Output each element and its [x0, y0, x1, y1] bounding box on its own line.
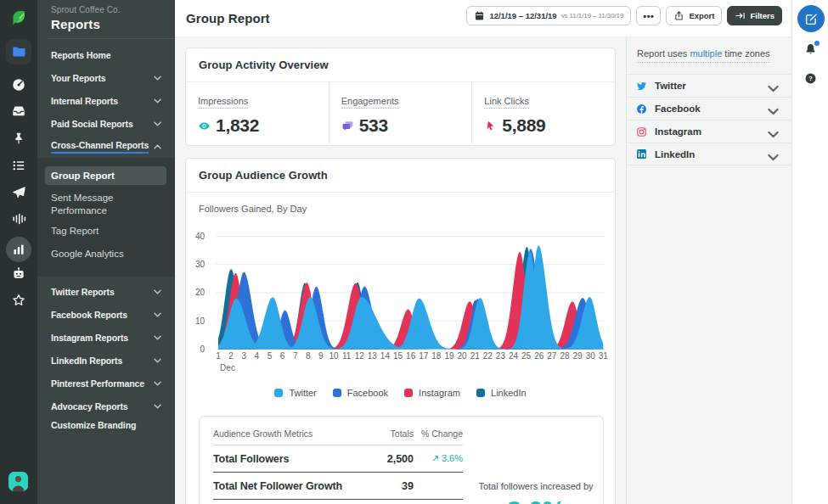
metric-label[interactable]: Engagements	[341, 96, 399, 109]
timezone-note: Report uses multiple time zones	[637, 48, 770, 63]
x-tick-label: 8	[306, 351, 311, 361]
sidebar-item-facebook-reports[interactable]: Facebook Reports	[37, 303, 175, 326]
compose-button[interactable]	[797, 5, 825, 32]
x-tick-label: 15	[393, 351, 403, 361]
utility-rail: ?	[791, 0, 828, 504]
inbox-icon[interactable]	[11, 104, 26, 119]
sidebar-item-internal-reports[interactable]: Internal Reports	[37, 89, 175, 112]
filters-icon	[735, 10, 750, 21]
chevron-down-icon	[154, 358, 161, 363]
sidebar-item-label: Your Reports	[51, 73, 106, 83]
sidebar-item-label: Facebook Reports	[51, 310, 127, 320]
followers-gained-chart: 0102030401234567891011121314151617181920…	[186, 190, 617, 381]
sidebar-subitem-tag-report[interactable]: Tag Report	[37, 220, 175, 243]
x-tick-label: 3	[241, 351, 246, 361]
sidebar-item-your-reports[interactable]: Your Reports	[37, 66, 175, 89]
row-metric: Total Followers	[213, 453, 375, 465]
chevron-down-icon	[768, 83, 779, 94]
sidebar-subitem-group-report[interactable]: Group Report	[45, 166, 166, 185]
equalizer-icon[interactable]	[11, 211, 26, 227]
sidebar-subitem-google-analytics[interactable]: Google Analytics	[37, 243, 175, 266]
x-tick-label: 27	[547, 351, 557, 361]
sidebar-title: Reports	[51, 17, 175, 31]
x-tick-label: 17	[419, 351, 429, 361]
export-icon	[673, 10, 689, 21]
legend-swatch	[404, 389, 413, 397]
date-range-button[interactable]: 12/1/19 – 12/31/19 vs 11/1/19 – 11/30/19	[466, 6, 631, 25]
network-row-instagram[interactable]: Instagram	[627, 120, 791, 143]
metric-label[interactable]: Impressions	[198, 96, 248, 109]
metric-value: 1,832	[216, 115, 259, 136]
x-tick-label: 18	[431, 351, 442, 361]
list-icon[interactable]	[11, 158, 26, 173]
help-button[interactable]: ?	[805, 72, 816, 83]
robot-icon[interactable]	[11, 266, 26, 281]
timezone-link[interactable]: multiple	[690, 48, 722, 59]
network-row-twitter[interactable]: Twitter	[627, 74, 791, 97]
chevron-down-icon	[768, 106, 779, 117]
icon-rail	[0, 0, 37, 504]
legend-item-twitter[interactable]: Twitter	[274, 388, 316, 398]
sidebar-item-pinterest-performance[interactable]: Pinterest Performance	[37, 372, 175, 395]
more-options-button[interactable]: •••	[636, 6, 661, 25]
metric-link-clicks: Link Clicks5,889	[471, 82, 615, 146]
star-icon[interactable]	[11, 293, 26, 308]
bar-chart-icon[interactable]	[11, 242, 26, 257]
sidebar-item-paid-social-reports[interactable]: Paid Social Reports	[37, 112, 175, 135]
x-tick-label: 6	[280, 351, 285, 361]
sidebar-subitem-sent-message-performance[interactable]: Sent MessagePerformance	[37, 188, 175, 220]
network-name: LinkedIn	[655, 149, 695, 160]
page-title: Group Report	[186, 11, 270, 25]
table-row-total-net-follower-growth: Total Net Follower Growth39	[213, 473, 463, 500]
y-tick-label: 10	[195, 316, 206, 326]
sidebar-item-instagram-reports[interactable]: Instagram Reports	[37, 326, 175, 349]
month-label: Dec	[220, 363, 235, 372]
network-name: Facebook	[655, 104, 701, 114]
chevron-down-icon	[154, 312, 161, 317]
sidebar-item-customize-branding[interactable]: Customize Branding	[37, 413, 175, 436]
chart-legend: TwitterFacebookInstagramLinkedIn	[186, 388, 615, 398]
y-tick-label: 40	[195, 232, 206, 241]
x-tick-label: 26	[534, 351, 544, 361]
filters-button[interactable]: Filters	[727, 6, 782, 25]
summary-change: Total followers increased by 3.6%	[464, 481, 608, 504]
x-tick-label: 2	[228, 351, 234, 361]
gauge-icon[interactable]	[11, 77, 26, 92]
sidebar-header: Sprout Coffee Co. Reports	[37, 0, 175, 31]
folder-icon[interactable]	[11, 44, 26, 59]
x-tick-label: 9	[318, 351, 324, 361]
sidebar-item-twitter-reports[interactable]: Twitter Reports	[37, 280, 175, 303]
sidebar-bottom-list: Twitter ReportsFacebook ReportsInstagram…	[37, 277, 175, 436]
legend-item-facebook[interactable]: Facebook	[333, 388, 388, 398]
report-settings-panel: Report uses multiple time zones TwitterF…	[626, 37, 791, 504]
overview-card-title: Group Activity Overview	[186, 48, 615, 82]
sidebar-item-cross-channel-reports[interactable]: Cross-Channel Reports	[37, 135, 175, 158]
sidebar-item-label: LinkedIn Reports	[51, 356, 122, 366]
export-button[interactable]: Export	[666, 6, 722, 25]
metric-label[interactable]: Link Clicks	[484, 96, 529, 109]
company-name: Sprout Coffee Co.	[51, 5, 175, 14]
chevron-down-icon	[154, 98, 161, 104]
send-icon[interactable]	[11, 185, 26, 200]
x-tick-label: 20	[458, 351, 468, 361]
sidebar-item-linkedin-reports[interactable]: LinkedIn Reports	[37, 349, 175, 372]
network-row-facebook[interactable]: Facebook	[627, 97, 791, 120]
pin-icon[interactable]	[11, 131, 26, 146]
metric-value: 533	[359, 115, 388, 136]
x-tick-label: 5	[268, 351, 273, 361]
legend-label: Twitter	[289, 388, 316, 398]
network-name: Instagram	[655, 126, 701, 137]
compare-range-label: vs 11/1/19 – 11/30/19	[561, 12, 624, 20]
eye-icon	[198, 120, 216, 132]
sidebar-item-reports-home[interactable]: Reports Home	[37, 43, 175, 66]
row-total: 39	[375, 480, 414, 492]
timezone-note-prefix: Report uses	[637, 48, 690, 59]
legend-item-instagram[interactable]: Instagram	[404, 388, 460, 398]
avatar[interactable]	[8, 472, 28, 491]
facebook-icon	[636, 104, 647, 115]
sprout-logo-icon[interactable]	[9, 8, 28, 27]
notifications-button[interactable]	[803, 42, 818, 57]
network-row-linkedin[interactable]: LinkedIn	[627, 143, 791, 165]
chevron-down-icon	[154, 289, 161, 294]
legend-item-linkedin[interactable]: LinkedIn	[476, 388, 527, 398]
